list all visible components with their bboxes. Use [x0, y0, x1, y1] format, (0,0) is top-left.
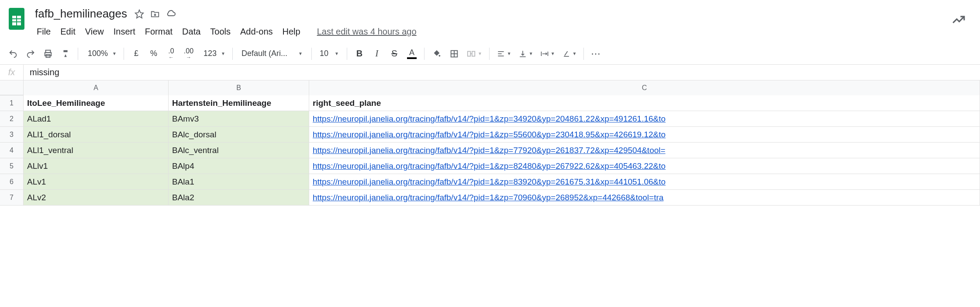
- menu-format[interactable]: Format: [141, 25, 177, 38]
- select-all-corner[interactable]: [0, 80, 24, 95]
- fx-label[interactable]: fx: [0, 65, 24, 80]
- more-toolbar-button[interactable]: ⋯: [588, 46, 604, 62]
- row-header[interactable]: 7: [0, 190, 24, 206]
- row-header[interactable]: 4: [0, 143, 24, 158]
- merge-cells-dropdown[interactable]: ▼: [464, 49, 485, 59]
- cell[interactable]: BAlp4: [169, 158, 309, 174]
- currency-label: £: [131, 49, 141, 58]
- menu-file[interactable]: File: [32, 25, 55, 38]
- percent-button[interactable]: %: [146, 46, 162, 62]
- separator: [232, 48, 233, 60]
- cell[interactable]: right_seed_plane: [309, 95, 980, 111]
- separator: [124, 48, 124, 60]
- document-title[interactable]: fafb_hemilineages: [32, 6, 130, 21]
- table-row: ALlv1 BAlp4 https://neuropil.janelia.org…: [24, 158, 980, 174]
- chevron-down-icon: ▼: [478, 51, 482, 56]
- cell-link[interactable]: https://neuropil.janelia.org/tracing/faf…: [309, 158, 980, 174]
- cell-link[interactable]: https://neuropil.janelia.org/tracing/faf…: [309, 174, 980, 190]
- cell[interactable]: BAlc_ventral: [169, 143, 309, 158]
- cell-link[interactable]: https://neuropil.janelia.org/tracing/faf…: [309, 127, 980, 143]
- menu-addons[interactable]: Add-ons: [236, 25, 277, 38]
- svg-point-9: [438, 55, 440, 56]
- cell-link[interactable]: https://neuropil.janelia.org/tracing/faf…: [309, 190, 980, 206]
- increase-decimal-button[interactable]: .00 →: [181, 46, 197, 62]
- fill-color-button[interactable]: [429, 46, 445, 62]
- cell-link[interactable]: https://neuropil.janelia.org/tracing/faf…: [309, 143, 980, 158]
- formula-input[interactable]: [24, 65, 980, 80]
- bold-button[interactable]: B: [352, 46, 367, 62]
- cell[interactable]: ALad1: [24, 111, 169, 127]
- menu-tools[interactable]: Tools: [206, 25, 235, 38]
- text-wrap-dropdown[interactable]: ▼: [538, 49, 558, 58]
- cell[interactable]: BAmv3: [169, 111, 309, 127]
- percent-label: %: [148, 49, 160, 58]
- font-family-dropdown[interactable]: Default (Ari... ▼: [237, 46, 307, 61]
- font-size: 10: [320, 49, 328, 58]
- cell[interactable]: ALv2: [24, 190, 169, 206]
- borders-button[interactable]: [446, 46, 462, 62]
- cell[interactable]: ALv1: [24, 174, 169, 190]
- row-header[interactable]: 6: [0, 174, 24, 190]
- menu-help[interactable]: Help: [278, 25, 305, 38]
- table-row: ALv2 BAla2 https://neuropil.janelia.org/…: [24, 190, 980, 206]
- table-row: ALv1 BAla1 https://neuropil.janelia.org/…: [24, 174, 980, 190]
- cell[interactable]: BAlc_dorsal: [169, 127, 309, 143]
- separator: [424, 48, 424, 60]
- text-rotation-dropdown[interactable]: ▼: [559, 49, 580, 58]
- zoom-dropdown[interactable]: 100% ▼: [83, 49, 119, 58]
- menu-data[interactable]: Data: [178, 25, 205, 38]
- cell[interactable]: BAla1: [169, 174, 309, 190]
- print-button[interactable]: [40, 46, 56, 62]
- row-header[interactable]: 1: [0, 95, 24, 111]
- cell[interactable]: BAla2: [169, 190, 309, 206]
- table-row: ALad1 BAmv3 https://neuropil.janelia.org…: [24, 111, 980, 127]
- row-header[interactable]: 2: [0, 111, 24, 127]
- horizontal-align-dropdown[interactable]: ▼: [494, 49, 514, 58]
- paint-format-button[interactable]: [58, 46, 73, 62]
- cell[interactable]: ItoLee_Hemilineage: [24, 95, 169, 111]
- last-edit-link[interactable]: Last edit was 4 hours ago: [317, 27, 417, 37]
- cloud-status-icon[interactable]: [165, 8, 177, 20]
- column-header-B[interactable]: B: [169, 80, 309, 95]
- star-icon[interactable]: [133, 8, 145, 20]
- chevron-down-icon: ▼: [298, 51, 303, 56]
- redo-button[interactable]: [23, 46, 38, 62]
- text-color-button[interactable]: A: [404, 46, 420, 62]
- undo-button[interactable]: [5, 46, 21, 62]
- menu-view[interactable]: View: [81, 25, 108, 38]
- chevron-down-icon: ▼: [573, 51, 577, 56]
- cell[interactable]: ALl1_ventral: [24, 143, 169, 158]
- row-header[interactable]: 5: [0, 158, 24, 174]
- number-format-dropdown[interactable]: 123 ▼: [198, 49, 228, 58]
- chevron-down-icon: ▼: [112, 51, 117, 56]
- sheets-logo[interactable]: [5, 3, 28, 34]
- separator: [583, 48, 584, 60]
- table-row: ALl1_dorsal BAlc_dorsal https://neuropil…: [24, 127, 980, 143]
- cell[interactable]: Hartenstein_Hemilineage: [169, 95, 309, 111]
- formula-bar: fx: [0, 65, 980, 80]
- menu-edit[interactable]: Edit: [56, 25, 79, 38]
- cell[interactable]: ALlv1: [24, 158, 169, 174]
- cell-link[interactable]: https://neuropil.janelia.org/tracing/faf…: [309, 111, 980, 127]
- dec-increase-label: .00: [181, 48, 196, 55]
- table-row: ALl1_ventral BAlc_ventral https://neurop…: [24, 143, 980, 158]
- chevron-down-icon: ▼: [221, 51, 225, 56]
- italic-button[interactable]: I: [369, 46, 385, 62]
- cell[interactable]: ALl1_dorsal: [24, 127, 169, 143]
- text-color-swatch: [407, 57, 417, 59]
- chevron-down-icon: ▼: [529, 51, 533, 56]
- font-size-dropdown[interactable]: 10 ▼: [316, 49, 342, 58]
- strikethrough-button[interactable]: S: [386, 46, 402, 62]
- separator: [311, 48, 312, 60]
- vertical-align-dropdown[interactable]: ▼: [516, 49, 536, 58]
- row-header[interactable]: 3: [0, 127, 24, 143]
- decrease-decimal-button[interactable]: .0 ←: [163, 46, 179, 62]
- column-header-A[interactable]: A: [24, 80, 169, 95]
- svg-rect-14: [472, 51, 475, 56]
- activity-icon[interactable]: [951, 12, 966, 28]
- column-header-C[interactable]: C: [309, 80, 980, 95]
- toolbar: 100% ▼ £ % .0 ← .00 → 123 ▼ Default (Ari…: [0, 43, 980, 65]
- menu-insert[interactable]: Insert: [109, 25, 140, 38]
- move-icon[interactable]: [149, 8, 161, 20]
- currency-button[interactable]: £: [128, 46, 144, 62]
